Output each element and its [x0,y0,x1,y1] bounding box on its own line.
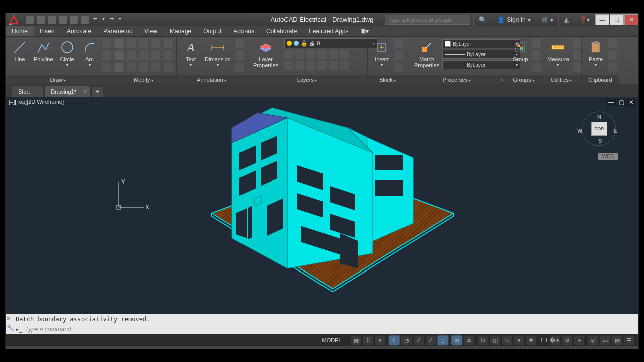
viewcube-w[interactable]: W [577,128,582,134]
drawing-canvas[interactable]: [–][Top][2D Wireframe] — ▢ ✕ TOP N S E W… [6,97,638,314]
array-icon[interactable] [151,51,160,60]
layer-icon[interactable] [295,50,304,59]
panel-label-modify[interactable]: Modify [134,77,153,83]
text-button[interactable]: AText▾ [180,38,202,69]
group-sel-icon[interactable] [532,63,541,72]
move-icon[interactable] [115,39,124,48]
polar-icon[interactable]: ◔ [401,336,412,345]
dynucs-icon[interactable]: ⤡ [502,336,512,345]
help-icon[interactable]: ❓▾ [574,13,595,26]
viewcube-s[interactable]: S [598,138,602,144]
status-scale[interactable]: 1:1 [540,337,548,343]
viewport-max-icon[interactable]: ▢ [617,99,626,106]
layer-dropdown[interactable]: 🔓 🖨 0 [284,38,377,48]
help-search-input[interactable]: Type a keyword or phrase [385,15,470,25]
chevron-down-icon[interactable]: ▾ [101,16,106,24]
osnap-icon[interactable]: ◻ [438,336,448,345]
grid-icon[interactable]: ▦ [351,336,361,345]
layer-icon[interactable] [329,61,338,70]
fillet-icon[interactable] [139,51,148,60]
measure-button[interactable]: Measure▾ [544,38,572,69]
iso-icon[interactable]: ∠ [414,336,424,345]
offset-icon[interactable] [164,51,173,60]
filter-icon[interactable]: ▾ [514,336,524,345]
qat-print-icon[interactable] [81,16,89,24]
layer-icon[interactable] [329,50,338,59]
copy-icon[interactable] [115,51,124,60]
explode-icon[interactable] [164,39,173,48]
mtext-icon[interactable] [235,63,244,72]
qat-redo-icon[interactable]: ➡ [109,16,115,24]
panel-label-groups[interactable]: Groups [513,77,534,83]
tab-addins[interactable]: Add-ins [227,26,260,36]
leader-icon[interactable] [235,39,244,48]
exchange-icon[interactable]: 🛒 ▾ [536,13,558,26]
workspace-icon[interactable]: ◎ [588,336,598,345]
tab-manage[interactable]: Manage [164,26,197,36]
group-edit-icon[interactable] [532,51,541,60]
paste-button[interactable]: Paste▾ [585,38,607,69]
layer-icon[interactable] [284,61,293,70]
ellipse-icon[interactable] [102,51,111,60]
chamfer-icon[interactable] [164,63,173,72]
viewport-label[interactable]: [–][Top][2D Wireframe] [9,99,64,105]
panel-label-annotation[interactable]: Annotation [197,77,226,83]
viewport-min-icon[interactable]: — [607,99,616,106]
calc-icon[interactable] [573,51,582,60]
ungroup-icon[interactable] [532,39,541,48]
scale-icon[interactable] [127,63,136,72]
cleanscreen-icon[interactable]: ▤ [612,336,622,345]
polyline-button[interactable]: Polyline [31,38,56,63]
cmd-wrench-icon[interactable]: 🔧 [7,324,14,331]
filetab-drawing[interactable]: Drawing1*× [44,86,90,97]
rect-icon[interactable] [102,39,111,48]
arrayrect-icon[interactable] [139,63,148,72]
layer-icon[interactable] [340,61,349,70]
stretch-icon[interactable] [115,63,124,72]
command-input[interactable]: Type a command [25,326,71,333]
viewport-close-icon[interactable]: ✕ [627,99,635,106]
tab-annotate[interactable]: Annotate [61,26,97,36]
erase-icon[interactable] [151,39,160,48]
qat-plot-icon[interactable] [70,16,78,24]
close-button[interactable]: ✕ [624,14,638,25]
binoculars-icon[interactable]: 🔍 [473,13,492,26]
chevron-down-icon[interactable]: ▾ [118,16,122,24]
minimize-button[interactable]: — [595,14,609,25]
qat-open-icon[interactable] [37,16,45,24]
viewcube-n[interactable]: N [597,114,601,120]
tab-home[interactable]: Home [6,26,34,36]
tab-parametric[interactable]: Parametric [97,26,138,36]
qat-save-icon[interactable] [48,16,56,24]
layer-icon[interactable] [295,61,304,70]
customize-icon[interactable]: ☰ [624,336,634,345]
qat-undo-icon[interactable]: ⬅ [92,16,98,24]
lwt-icon[interactable]: ▤ [452,336,462,345]
id-icon[interactable] [573,63,582,72]
layer-icon[interactable] [317,50,327,59]
spline-icon[interactable] [102,63,111,72]
align-icon[interactable] [151,63,160,72]
table-icon[interactable] [235,51,244,60]
paste-special-icon[interactable] [608,63,617,72]
maximize-button[interactable]: ▢ [610,14,624,25]
circle-button[interactable]: Circle▾ [56,38,78,69]
qat-new-icon[interactable] [26,16,34,24]
select-icon[interactable] [573,39,582,48]
gear-icon[interactable]: ⚙ [562,336,572,345]
panel-label-utilities[interactable]: Utilities [551,77,572,83]
layer-icon[interactable] [340,50,349,59]
signin-button[interactable]: 👤 Sign In ▾ [492,13,535,26]
monitor-icon[interactable]: ▭ [600,336,610,345]
wcs-badge[interactable]: WCS [598,153,618,160]
otrack-icon[interactable]: ∠ [426,336,436,345]
annoscale-icon[interactable]: �✦ [550,336,560,345]
app-logo[interactable] [8,14,20,26]
cycling-icon[interactable]: ↻ [478,336,488,345]
dimension-button[interactable]: Dimension▾ [202,38,234,69]
rotate-icon[interactable] [127,39,136,48]
tab-collaborate[interactable]: Collaborate [260,26,303,36]
edit-block-icon[interactable] [394,51,403,60]
match-properties-button[interactable]: Match Properties [411,38,442,69]
layer-icon[interactable] [306,50,315,59]
